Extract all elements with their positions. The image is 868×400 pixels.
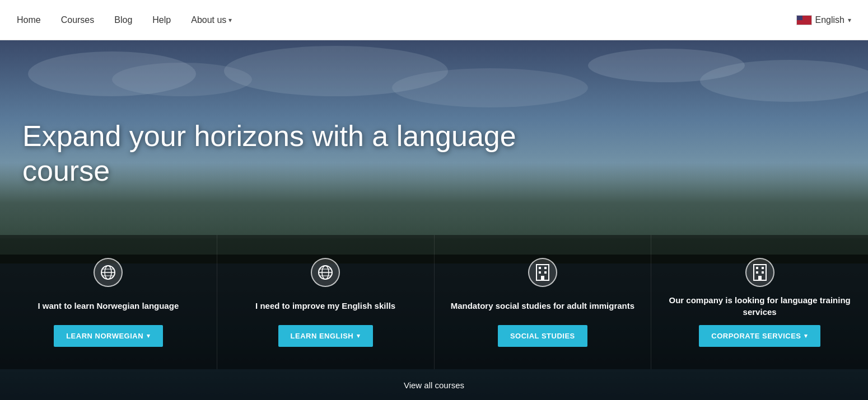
nav-help[interactable]: Help: [152, 15, 171, 25]
cloud-6: [700, 60, 868, 102]
svg-rect-19: [756, 271, 758, 274]
card-norwegian: I want to learn Norwegian language LEARN…: [0, 235, 217, 369]
hero-section: Expand your horizons with a language cou…: [0, 40, 868, 400]
building-icon-corporate: [745, 258, 774, 287]
building-icon-social: [528, 258, 557, 287]
english-btn-chevron-icon: ▾: [357, 332, 361, 340]
learn-norwegian-button[interactable]: LEARN NORWEGIAN ▾: [54, 325, 162, 347]
svg-rect-11: [539, 267, 541, 269]
card-text-corporate: Our company is looking for language trai…: [662, 294, 857, 318]
svg-rect-21: [758, 276, 762, 280]
card-text-social: Mandatory social studies for adult immig…: [451, 294, 634, 318]
corporate-services-button[interactable]: CORPORATE SERVICES ▾: [699, 325, 820, 347]
corporate-btn-chevron-icon: ▾: [804, 332, 808, 340]
svg-rect-12: [544, 267, 547, 269]
nav-about-us[interactable]: About us ▾: [191, 15, 232, 25]
navbar: Home Courses Blog Help About us ▾ Englis…: [0, 0, 868, 40]
svg-rect-13: [539, 271, 541, 274]
svg-rect-14: [544, 271, 547, 274]
cloud-4: [392, 68, 588, 107]
about-us-chevron-icon: ▾: [228, 16, 232, 24]
svg-rect-18: [762, 267, 764, 269]
nav-right: English ▾: [796, 15, 851, 25]
flag-icon: [796, 15, 812, 25]
card-social-studies: Mandatory social studies for adult immig…: [435, 235, 652, 369]
card-text-english: I need to improve my English skills: [255, 294, 395, 318]
svg-rect-20: [762, 271, 764, 274]
svg-rect-15: [541, 276, 544, 280]
language-chevron-icon: ▾: [848, 16, 851, 24]
view-all-courses-link[interactable]: View all courses: [404, 380, 464, 390]
globe-icon-english: [311, 258, 340, 287]
nav-home[interactable]: Home: [17, 15, 41, 25]
norwegian-btn-chevron-icon: ▾: [147, 332, 151, 340]
nav-links: Home Courses Blog Help About us ▾: [17, 15, 232, 25]
language-label: English: [815, 15, 844, 25]
card-text-norwegian: I want to learn Norwegian language: [38, 294, 179, 318]
language-selector[interactable]: English ▾: [796, 15, 851, 25]
card-corporate: Our company is looking for language trai…: [651, 235, 868, 369]
card-english: I need to improve my English skills LEAR…: [217, 235, 435, 369]
svg-rect-17: [756, 267, 758, 269]
hero-title: Expand your horizons with a language cou…: [22, 119, 526, 189]
nav-courses[interactable]: Courses: [61, 15, 95, 25]
cards-container: I want to learn Norwegian language LEARN…: [0, 235, 868, 369]
nav-blog[interactable]: Blog: [114, 15, 132, 25]
globe-icon-norwegian: [94, 258, 123, 287]
learn-english-button[interactable]: LEARN ENGLISH ▾: [278, 325, 373, 347]
social-studies-button[interactable]: SOCIAL STUDIES: [498, 325, 587, 347]
